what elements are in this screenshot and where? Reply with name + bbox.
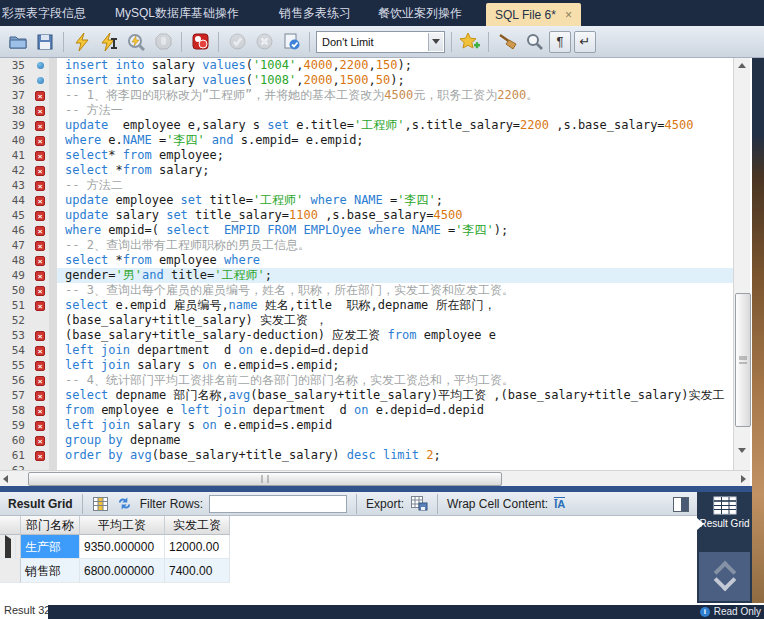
broom-icon — [498, 33, 517, 50]
error-marker-icon: × — [35, 241, 45, 251]
error-marker-icon: × — [35, 136, 45, 146]
editor-horizontal-scrollbar[interactable] — [0, 470, 750, 486]
file-tab[interactable]: 彩票表字段信息 — [2, 0, 86, 26]
save-snippet-button[interactable] — [458, 30, 482, 54]
open-file-button[interactable] — [6, 30, 30, 54]
result-grid-toolbar: Result Grid Filter Rows: Export: Wrap Ce… — [0, 492, 697, 516]
tab-label: 销售多表练习 — [279, 5, 351, 22]
error-marker-icon: × — [35, 436, 45, 446]
sql-editor-toolbar: Don't Limit ¶ ↵ — [0, 26, 764, 58]
table-cell[interactable]: 9350.000000 — [80, 535, 165, 559]
vertical-scroll-thumb[interactable] — [735, 293, 751, 427]
table-cell[interactable]: 6800.000000 — [80, 559, 165, 583]
column-header[interactable]: 实发工资 — [165, 516, 230, 535]
sidebar-toggle-icon[interactable] — [673, 497, 689, 512]
column-header[interactable]: 部门名称 — [21, 516, 80, 535]
result-grid-title: Result Grid — [8, 497, 73, 511]
column-header[interactable]: 平均工资 — [80, 516, 165, 535]
code-text: select e.empid 雇员编号,name 姓名,title 职称,dep… — [57, 298, 733, 313]
sidebar-item-result-grid[interactable]: Result Grid — [697, 496, 752, 529]
code-text: insert into salary values('1008',2000,15… — [57, 73, 733, 88]
explain-plan-button[interactable] — [124, 30, 148, 54]
rollback-button[interactable] — [252, 30, 276, 54]
filter-rows-input[interactable] — [209, 495, 347, 513]
fold-margin-cell — [49, 238, 57, 253]
sql-editor[interactable]: 35insert into salary values('1004',4000,… — [0, 58, 733, 470]
line-number: 60 — [0, 433, 31, 448]
table-cell[interactable]: 12000.00 — [165, 535, 230, 559]
table-cell[interactable]: 生产部 — [21, 535, 80, 559]
line-number: 45 — [0, 208, 31, 223]
editor-vertical-scrollbar[interactable] — [733, 58, 750, 470]
tab-label: 餐饮业案列操作 — [378, 5, 462, 22]
line-marker: × — [31, 298, 49, 313]
error-marker-icon: × — [35, 331, 45, 341]
dropdown-arrow-icon[interactable] — [428, 33, 443, 51]
scroll-down-arrow[interactable] — [738, 448, 746, 453]
scroll-left-arrow[interactable] — [3, 475, 8, 483]
file-tab[interactable]: 销售多表练习 — [279, 0, 351, 26]
line-number: 57 — [0, 388, 31, 403]
toggle-autocommit-button[interactable] — [279, 30, 303, 54]
code-text: select* from employee; — [57, 148, 733, 163]
code-text: select *from employee where — [57, 253, 733, 268]
code-line: 48×select *from employee where — [0, 253, 733, 268]
error-marker-icon: × — [35, 391, 45, 401]
refresh-button[interactable] — [116, 495, 134, 513]
beautify-script-button[interactable] — [495, 30, 519, 54]
line-marker: × — [31, 223, 49, 238]
export-button[interactable] — [410, 495, 428, 513]
limit-rows-dropdown[interactable]: Don't Limit — [316, 31, 445, 53]
export-grid-icon — [411, 496, 428, 511]
scroll-up-arrow[interactable] — [738, 63, 746, 68]
toggle-stop-on-error-button[interactable] — [188, 30, 212, 54]
line-marker: × — [31, 328, 49, 343]
line-number: 43 — [0, 178, 31, 193]
stop-execution-button[interactable] — [151, 30, 175, 54]
line-number: 55 — [0, 358, 31, 373]
fold-margin-cell — [49, 283, 57, 298]
sidebar-item-label: Result Grid — [699, 518, 749, 529]
table-columns-icon — [93, 497, 108, 511]
edit-grid-button[interactable] — [92, 495, 110, 513]
commit-button[interactable] — [225, 30, 249, 54]
wrap-cell-content-icon[interactable]: ĪA — [554, 497, 565, 510]
autocommit-icon — [283, 33, 300, 50]
fold-margin-cell — [49, 223, 57, 238]
code-line: 56×-- 4、统计部门平均工资排名前二的各部门的部门名称，实发工资总和，平均工… — [0, 373, 733, 388]
error-marker-icon: × — [35, 196, 45, 206]
toggle-word-wrap-button[interactable]: ↵ — [574, 31, 596, 53]
row-selector-cell[interactable] — [0, 559, 21, 583]
row-selector-cell[interactable] — [0, 535, 21, 559]
error-marker-icon: × — [35, 106, 45, 116]
code-text: (base_salary+title_salary) 实发工资 ， — [57, 313, 733, 328]
code-text: update employee set title='工程师' where NA… — [57, 193, 733, 208]
table-cell[interactable]: 7400.00 — [165, 559, 230, 583]
code-line: 35insert into salary values('1004',4000,… — [0, 58, 733, 73]
find-button[interactable] — [522, 30, 546, 54]
tab-close-icon[interactable]: × — [565, 10, 572, 20]
execute-current-statement-button[interactable] — [97, 30, 121, 54]
star-plus-icon — [460, 33, 480, 51]
magnifier-lightning-icon — [127, 33, 145, 51]
save-button[interactable] — [33, 30, 57, 54]
code-lines: 35insert into salary values('1004',4000,… — [0, 58, 733, 470]
line-number: 50 — [0, 283, 31, 298]
scroll-right-arrow[interactable] — [741, 475, 746, 483]
toolbar-separator — [437, 494, 438, 514]
execute-script-button[interactable] — [70, 30, 94, 54]
code-text: select *from salary; — [57, 163, 733, 178]
fold-margin-cell — [49, 358, 57, 373]
fold-margin-cell — [49, 388, 57, 403]
code-text: where e.NAME ='李四' and s.empid= e.empid; — [57, 133, 733, 148]
code-text: -- 4、统计部门平均工资排名前二的各部门的部门名称，实发工资总和，平均工资。 — [57, 373, 733, 388]
file-tab[interactable]: SQL File 6*× — [486, 3, 581, 26]
file-tab[interactable]: 餐饮业案列操作 — [378, 0, 462, 26]
file-tab[interactable]: MySQL数据库基础操作 — [115, 0, 239, 26]
table-cell[interactable]: 销售部 — [21, 559, 80, 583]
horizontal-scroll-thumb[interactable] — [28, 472, 502, 486]
table-row: 销售部6800.0000007400.00 — [0, 559, 230, 583]
fold-margin-cell — [49, 418, 57, 433]
toggle-invisible-characters-button[interactable]: ¶ — [549, 31, 571, 53]
panel-collapse-button[interactable] — [699, 552, 750, 601]
